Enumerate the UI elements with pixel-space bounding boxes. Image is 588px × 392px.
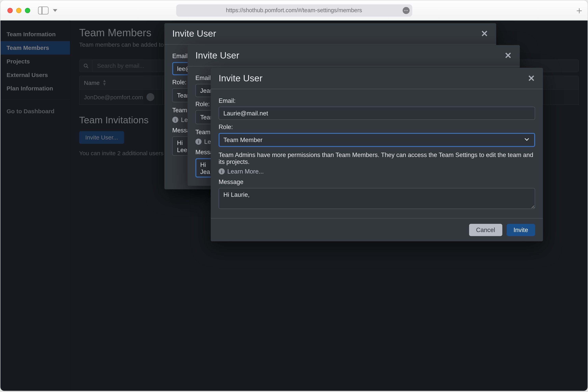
- sidebar-item-team-members[interactable]: Team Members: [0, 41, 70, 55]
- close-icon[interactable]: ✕: [481, 28, 488, 39]
- modal-title: Invite User: [172, 28, 216, 39]
- avatar-icon: [146, 93, 154, 101]
- email-label: Email:: [219, 97, 535, 104]
- chevron-down-icon[interactable]: [53, 9, 57, 12]
- cancel-button[interactable]: Cancel: [469, 224, 502, 236]
- browser-titlebar: https://shothub.pomfort.com/#/team-setti…: [0, 0, 588, 20]
- sidebar-item-projects[interactable]: Projects: [0, 54, 70, 68]
- window-close-icon[interactable]: [8, 8, 13, 13]
- sidebar-item-label: Team Information: [6, 31, 56, 38]
- invite-user-button[interactable]: Invite User...: [79, 131, 124, 144]
- reader-badge-icon[interactable]: ⋯: [402, 7, 410, 14]
- close-icon[interactable]: ✕: [504, 50, 512, 61]
- sidebar-divider: [0, 100, 70, 100]
- close-icon[interactable]: ✕: [528, 73, 535, 84]
- window-minimize-icon[interactable]: [16, 8, 22, 13]
- invite-button[interactable]: Invite: [506, 224, 535, 236]
- url-bar[interactable]: https://shothub.pomfort.com/#/team-setti…: [176, 4, 412, 16]
- role-label: Role:: [219, 123, 535, 130]
- url-text: https://shothub.pomfort.com/#/team-setti…: [226, 7, 362, 14]
- role-value: Team Member: [224, 136, 262, 144]
- sidebar-item-label: Projects: [6, 58, 30, 64]
- settings-sidebar: Team Information Team Members Projects E…: [0, 20, 70, 391]
- modal-title: Invite User: [219, 73, 262, 84]
- window-zoom-icon[interactable]: [25, 8, 30, 13]
- svg-point-0: [84, 64, 87, 67]
- invite-user-modal-3: Invite User ✕ Email: Role: Team Member T…: [211, 68, 543, 241]
- new-tab-button[interactable]: ＋: [574, 6, 583, 15]
- learn-more-link[interactable]: i Learn More...: [219, 168, 535, 175]
- column-header-name[interactable]: Name ▲▼: [80, 76, 163, 89]
- sidebar-item-plan-information[interactable]: Plan Information: [0, 82, 70, 95]
- sidebar-item-label: Go to Dashboard: [6, 108, 54, 114]
- modal-title: Invite User: [196, 50, 239, 61]
- member-email: JonDoe@pomfort.com: [84, 94, 143, 100]
- info-icon: i: [219, 168, 225, 174]
- sidebar-item-external-users[interactable]: External Users: [0, 68, 70, 82]
- role-select[interactable]: Team Member: [219, 133, 535, 147]
- browser-sidebar-toggle-icon[interactable]: [38, 6, 48, 14]
- message-label: Message: [219, 178, 535, 185]
- sidebar-item-go-to-dashboard[interactable]: Go to Dashboard: [0, 104, 70, 118]
- info-icon: i: [172, 117, 178, 123]
- sort-icon: ▲▼: [102, 79, 106, 86]
- sidebar-item-label: Team Members: [6, 44, 49, 51]
- sidebar-item-label: Plan Information: [6, 85, 53, 92]
- search-icon: [79, 60, 92, 72]
- chevron-down-icon: [524, 136, 530, 144]
- email-field[interactable]: [219, 107, 535, 120]
- svg-line-1: [86, 66, 88, 68]
- sidebar-item-team-information[interactable]: Team Information: [0, 28, 70, 41]
- sidebar-item-label: External Users: [6, 72, 48, 78]
- info-icon: i: [196, 139, 202, 145]
- message-textarea[interactable]: Hi Laurie,: [219, 188, 535, 209]
- window-traffic-lights: [8, 8, 30, 13]
- role-explain: Team Admins have more permissions than T…: [219, 151, 535, 165]
